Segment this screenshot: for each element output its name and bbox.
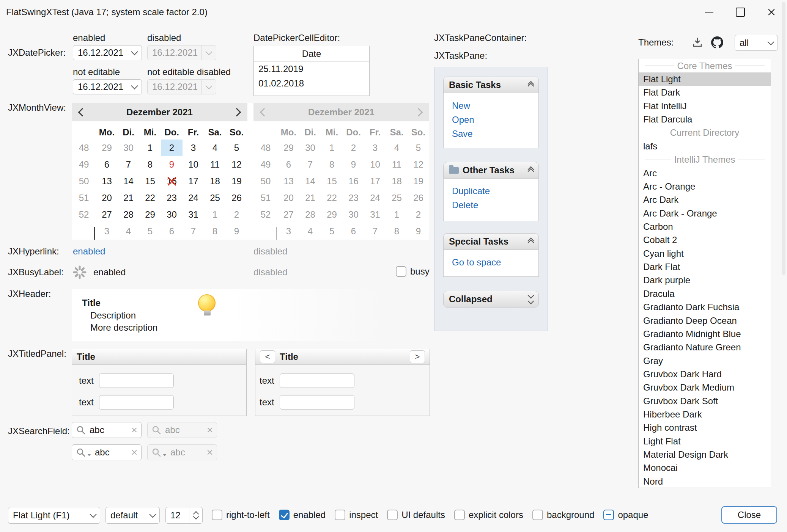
theme-item[interactable]: Dark Flat: [639, 260, 771, 273]
calendar-day[interactable]: 4: [204, 140, 226, 156]
calendar-day[interactable]: 14: [118, 173, 139, 190]
calendar-day[interactable]: 3: [183, 140, 204, 156]
hyperlink-enabled[interactable]: enabled: [73, 246, 105, 257]
calendar-day[interactable]: 6: [161, 223, 183, 240]
scrollbar-thumb[interactable]: [782, 2, 785, 275]
expand-icon[interactable]: [529, 295, 533, 303]
calendar-day[interactable]: 9: [161, 156, 183, 173]
calendar-day[interactable]: 29: [96, 140, 118, 156]
calendar-day[interactable]: 25: [204, 190, 226, 206]
calendar-day[interactable]: 18: [204, 173, 226, 190]
checkbox-box[interactable]: [603, 510, 614, 520]
calendar-day[interactable]: 5: [226, 140, 247, 156]
datepicker-value[interactable]: 16.12.2021: [73, 47, 127, 58]
theme-item[interactable]: Gradianto Deep Ocean: [639, 314, 771, 327]
busy-checkbox[interactable]: busy: [396, 266, 430, 277]
task-link[interactable]: Open: [452, 113, 538, 126]
theme-item[interactable]: Arc: [639, 166, 771, 180]
datepicker-dropdown-button[interactable]: [127, 80, 142, 94]
checkbox-box[interactable]: [212, 510, 222, 520]
search-field-with-menu[interactable]: [72, 444, 142, 460]
calendar-day[interactable]: 3: [96, 223, 118, 240]
option-checkbox[interactable]: right-to-left: [212, 510, 270, 520]
table-row[interactable]: 01.02.2018: [254, 76, 369, 91]
theme-item[interactable]: Flat IntelliJ: [639, 99, 771, 113]
calendar-day[interactable]: 21: [118, 190, 139, 206]
theme-item[interactable]: Flat Darcula: [639, 113, 771, 126]
clear-icon[interactable]: [131, 449, 137, 455]
calendar-day[interactable]: 12: [226, 156, 247, 173]
theme-item[interactable]: Arc Dark - Orange: [639, 207, 771, 220]
theme-item[interactable]: Hiberbee Dark: [639, 408, 771, 421]
taskpane-header-special[interactable]: Special Tasks: [443, 233, 539, 250]
checkbox-box[interactable]: [279, 510, 290, 520]
calendar-day[interactable]: 30: [161, 206, 183, 223]
theme-item[interactable]: Gradianto Midnight Blue: [639, 327, 771, 341]
search-menu-arrow-icon[interactable]: [87, 454, 91, 456]
datepicker-not-editable[interactable]: 16.12.2021: [73, 79, 142, 94]
panel-left-button[interactable]: <: [260, 350, 275, 363]
calendar-day[interactable]: 2: [161, 140, 183, 156]
search-menu-icon[interactable]: [76, 447, 86, 457]
theme-item[interactable]: Nord: [639, 475, 771, 488]
search-input[interactable]: [89, 424, 128, 436]
theme-item[interactable]: Cyan light: [639, 247, 771, 260]
task-link[interactable]: New: [452, 99, 538, 112]
calendar-day[interactable]: 10: [183, 156, 204, 173]
checkbox-box[interactable]: [396, 266, 406, 277]
text-input[interactable]: [280, 373, 354, 388]
checkbox-box[interactable]: [532, 510, 543, 520]
theme-item[interactable]: Gruvbox Dark Soft: [639, 394, 771, 408]
calendar-day[interactable]: 11: [204, 156, 226, 173]
themes-list[interactable]: Core ThemesFlat LightFlat DarkFlat Intel…: [638, 59, 771, 488]
theme-item[interactable]: Flat Light: [639, 72, 771, 86]
calendar-day[interactable]: 22: [139, 190, 161, 206]
calendar-day[interactable]: 30: [118, 140, 139, 156]
calendar-day[interactable]: 5: [139, 223, 161, 240]
task-link[interactable]: Duplicate: [452, 185, 538, 198]
task-link[interactable]: Go to space: [452, 256, 538, 269]
download-themes-button[interactable]: [691, 36, 704, 49]
calendar-day[interactable]: 8: [204, 223, 226, 240]
theme-item[interactable]: Light Flat: [639, 435, 771, 448]
search-field-enabled[interactable]: [72, 422, 142, 438]
calendar-day[interactable]: 8: [139, 156, 161, 173]
text-input[interactable]: [99, 395, 174, 410]
theme-item[interactable]: Current Directory: [639, 126, 771, 140]
option-checkbox[interactable]: opaque: [603, 510, 648, 520]
font-size-spinner[interactable]: 12: [165, 507, 203, 524]
theme-item[interactable]: Gray: [639, 354, 771, 367]
theme-item[interactable]: Gradianto Dark Fuchsia: [639, 300, 771, 314]
option-checkbox[interactable]: UI defaults: [387, 510, 445, 520]
calendar-day[interactable]: 2: [226, 206, 247, 223]
search-input[interactable]: [94, 447, 128, 458]
calendar-day[interactable]: 15: [139, 173, 161, 190]
option-checkbox[interactable]: enabled: [279, 510, 326, 520]
theme-item[interactable]: Core Themes: [639, 59, 771, 72]
collapse-icon[interactable]: [529, 239, 533, 245]
calendar-day[interactable]: 7: [118, 156, 139, 173]
taskpane-header-collapsed[interactable]: Collapsed: [443, 291, 539, 308]
taskpane-header-other[interactable]: Other Tasks: [443, 162, 539, 179]
calendar-day[interactable]: 27: [96, 206, 118, 223]
themes-filter-combo[interactable]: all: [735, 35, 778, 51]
task-link[interactable]: Save: [452, 127, 538, 140]
calendar-day[interactable]: 24: [183, 190, 204, 206]
theme-item[interactable]: Carbon: [639, 220, 771, 233]
theme-item[interactable]: Gradianto Nature Green: [639, 341, 771, 354]
option-checkbox[interactable]: background: [532, 510, 594, 520]
laf-combo[interactable]: Flat Light (F1): [8, 507, 100, 524]
calendar-day[interactable]: 7: [183, 223, 204, 240]
theme-item[interactable]: Monocai: [639, 461, 771, 475]
theme-item[interactable]: Dark purple: [639, 274, 771, 287]
collapse-icon[interactable]: [529, 82, 533, 88]
calendar-day[interactable]: 19: [226, 173, 247, 190]
calendar-day[interactable]: 1: [139, 140, 161, 156]
calendar-day[interactable]: 28: [118, 206, 139, 223]
calendar-day[interactable]: 20: [96, 190, 118, 206]
taskpane-header-basic[interactable]: Basic Tasks: [443, 77, 539, 93]
table-column-header[interactable]: Date: [254, 46, 369, 62]
calendar-day[interactable]: 17: [183, 173, 204, 190]
font-size-value[interactable]: 12: [166, 510, 189, 521]
minimize-button[interactable]: [694, 0, 725, 24]
